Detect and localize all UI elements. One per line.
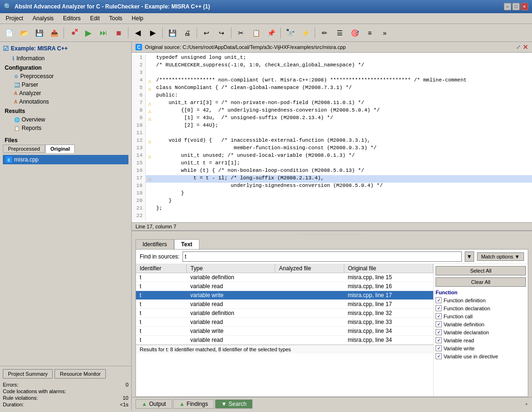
results-table-area[interactable]: Identifier Type Analyzed file Original f… [136,264,434,396]
toolbar-edit2[interactable]: ✏ [318,26,332,40]
code-line[interactable]: 10 [2] = 44U}; [132,122,532,130]
toolbar-redo[interactable]: ↪ [214,26,229,40]
table-row[interactable]: tvariable writemisra.cpp, line 34 [136,327,433,336]
toolbar-ruleset[interactable]: 🎯 [348,26,362,40]
table-row[interactable]: tvariable readmisra.cpp, line 16 [136,282,433,291]
toolbar-print[interactable]: 🖨 [180,26,194,40]
select-all-button[interactable]: Select All [436,266,526,275]
code-line[interactable]: 7⚠ unit_t arr1[3] = /* non-private-non-p… [132,100,532,107]
code-line[interactable]: 14⚠ unit_t unused; /* unused-local-varia… [132,153,532,160]
info-item[interactable]: ℹ Information [3,54,128,63]
code-line[interactable]: 9⚠ [1] = 43u, /* unsigned-suffix (M2008.… [132,115,532,122]
code-close-btn[interactable]: ✕ [523,43,528,51]
table-row[interactable]: tvariable writemisra.cpp, line 17 [136,291,433,300]
table-row[interactable]: tvariable readmisra.cpp, line 34 [136,336,433,345]
code-line[interactable]: 8⚠ {[0] = 42, /* underlying-signedness-c… [132,107,532,115]
code-line[interactable]: 20 } [132,198,532,205]
project-summary-btn[interactable]: Project Summary [3,369,53,379]
filter-checkbox-item[interactable]: Variable declaration [436,328,526,336]
resource-monitor-btn[interactable]: Resource Monitor [55,369,106,379]
toolbar-save2[interactable]: 💾 [165,26,179,40]
nav-analyzer[interactable]: A Analyzer [3,89,128,97]
filter-checkbox-item[interactable]: Function definition [436,296,526,304]
tab-text[interactable]: Text [174,239,199,249]
filter-checkbox-item[interactable]: Variable use in directive [436,352,526,360]
code-line[interactable]: 4⚠/****************** non-compliant (wrt… [132,77,532,85]
toolbar-extend[interactable]: » [378,26,392,40]
file-item-misra[interactable]: c misra.cpp [3,155,128,164]
maximize-button[interactable]: □ [512,3,520,10]
code-line[interactable]: 2/* RULECHECKER_suppress(-1:0, 1:0, chec… [132,62,532,70]
code-line[interactable]: 12⚠ void f(void) { /* inaccessible-exter… [132,137,532,145]
table-row[interactable]: tvariable readmisra.cpp, line 17 [136,300,433,309]
nav-parser[interactable]: 🔤 Parser [3,81,128,89]
bottom-tab-findings[interactable]: ▲ Findings [173,399,214,409]
code-line[interactable]: 11 [132,130,532,137]
nav-preprocessor[interactable]: ⚙ Preprocessor [3,72,128,81]
menu-help[interactable]: Help [128,14,147,23]
toolbar-more[interactable]: ≡ [363,26,377,40]
menu-analysis[interactable]: Analysis [29,14,57,23]
match-options-button[interactable]: Match options ▼ [477,252,524,261]
tab-identifiers[interactable]: Identifiers [135,239,174,249]
code-line[interactable]: 22 [132,213,532,220]
title-bar-controls[interactable]: – □ ✕ [504,3,528,10]
table-row[interactable]: tvariable readmisra.cpp, line 33 [136,318,433,327]
menu-tools[interactable]: Tools [105,14,126,23]
tab-preprocessed[interactable]: Preprocessed [3,145,45,153]
code-line[interactable]: 6public: [132,92,532,100]
toolbar-list[interactable]: ☰ [333,26,347,40]
toolbar-new[interactable]: 📄 [2,26,16,40]
menu-edit[interactable]: Edit [86,14,103,23]
code-line[interactable]: 13 member-function-missing-const (M2008.… [132,145,532,153]
toolbar-paste[interactable]: 📌 [264,26,278,40]
filter-checkbox-item[interactable]: Variable read [436,336,526,344]
toolbar-run[interactable]: ▶ [81,26,95,40]
checkbox-icon [436,313,442,319]
code-line[interactable]: 18 underlying-signedness-conversion (M20… [132,183,532,190]
toolbar-back[interactable]: ◀ [131,26,145,40]
table-row[interactable]: tvariable definitionmisra.cpp, line 32 [136,309,433,318]
toolbar-undo[interactable]: ↩ [199,26,214,40]
toolbar-filter[interactable]: ⚡ [298,26,312,40]
clear-all-button[interactable]: Clear All [436,277,526,287]
toolbar-save[interactable]: 💾 [32,26,46,40]
filter-checkbox-item[interactable]: Variable definition [436,320,526,328]
toolbar-stop[interactable]: ⏹ [111,26,126,40]
code-line[interactable]: 21}; [132,205,532,213]
code-line[interactable]: 5⚠class NonCompliant { /* clean-global-n… [132,85,532,92]
minimize-button[interactable]: – [504,3,511,10]
toolbar-open[interactable]: 📂 [17,26,31,40]
code-line[interactable]: 16 while (t) { /* non-boolean-loop-condi… [132,168,532,175]
toolbar-step[interactable]: ⏭ [96,26,111,40]
table-row[interactable]: tvariable definitionmisra.cpp, line 15 [136,273,433,282]
tab-original[interactable]: Original [45,145,75,153]
filter-checkbox-item[interactable]: Function call [436,312,526,320]
nav-overview[interactable]: 🌐 Overview [3,115,128,124]
filter-checkbox-item[interactable]: Function declaration [436,304,526,312]
toolbar-export[interactable]: 📤 [47,26,61,40]
toolbar-cut[interactable]: ✂ [234,26,248,40]
code-line[interactable]: 19 } [132,190,532,198]
filter-checkbox-item[interactable]: Variable write [436,344,526,352]
code-line[interactable]: 3 [132,70,532,77]
menu-editors[interactable]: Editors [59,14,84,23]
toolbar-forward[interactable]: ▶ [146,26,160,40]
toolbar-copy[interactable]: 📋 [249,26,263,40]
toolbar-cancel[interactable]: ● ✕ [66,26,80,40]
code-area[interactable]: 1typedef unsigned long unit_t;2/* RULECH… [132,53,532,222]
code-line[interactable]: 17⚠ t = t - 1l; /* long-suffix (M2008.2.… [132,175,532,183]
find-dropdown-btn[interactable]: ▼ [465,251,474,262]
code-line[interactable]: 15 unit_t t = arr1[1]; [132,160,532,168]
menu-project[interactable]: Project [2,14,27,23]
bottom-tab-output[interactable]: ▲ Output [135,399,172,409]
nav-annotations[interactable]: A Annotations [3,97,128,106]
close-button[interactable]: ✕ [521,3,528,10]
resize-icon[interactable]: ⤢ [516,44,521,50]
code-line[interactable]: 1typedef unsigned long unit_t; [132,55,532,62]
search-tabs: Identifiers Text [132,237,532,249]
nav-reports[interactable]: 📋 Reports [3,124,128,132]
find-input[interactable] [183,251,462,262]
toolbar-binoculars[interactable]: 🔭 [283,26,297,40]
bottom-tab-search[interactable]: ▼ Search [215,399,253,409]
